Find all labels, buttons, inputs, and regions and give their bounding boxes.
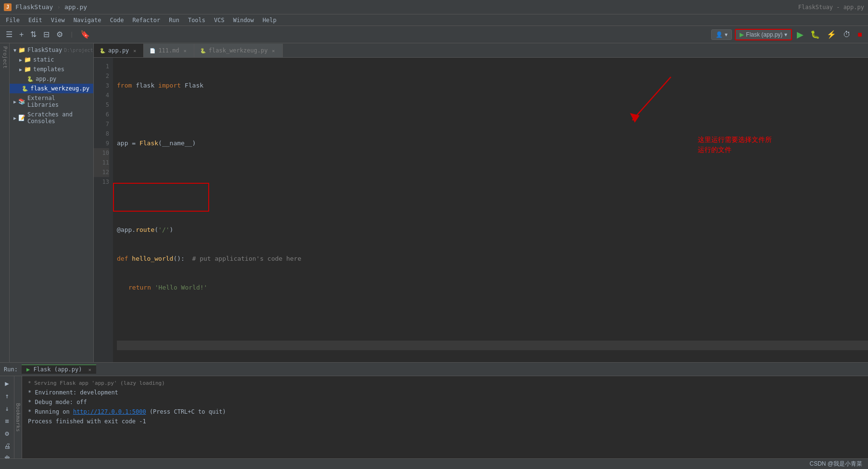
- bookmarks-sidebar: Bookmarks: [14, 376, 22, 458]
- kw-import: import: [158, 81, 181, 90]
- toolbar-settings-btn[interactable]: ⚙: [54, 29, 65, 40]
- fn-route: route: [136, 225, 154, 235]
- run-config-icon: ▶: [740, 31, 744, 38]
- fn-hello: hello_world: [132, 254, 173, 264]
- menu-run[interactable]: Run: [165, 16, 183, 25]
- menu-tools[interactable]: Tools: [184, 16, 209, 25]
- bottom-tab-bar: Run: ▶ Flask (app.py) ✕: [0, 363, 868, 376]
- import-flask: flask: [136, 81, 154, 90]
- menu-file[interactable]: File: [2, 16, 24, 25]
- tree-path: D:\project\Fla: [64, 48, 94, 53]
- menu-window[interactable]: Window: [229, 16, 258, 25]
- kw-def: def: [117, 254, 128, 264]
- tree-label-werkzeug: flask_werkzeug.py: [30, 85, 89, 92]
- bottom-tab-label: Flask (app.py): [33, 366, 82, 373]
- filter-btn[interactable]: ≡: [3, 416, 10, 426]
- print-btn[interactable]: 🖨: [2, 441, 12, 451]
- tab-apppy[interactable]: 🐍 app.py ✕: [94, 44, 144, 57]
- toolbar-layout-btn[interactable]: ☰: [4, 29, 14, 40]
- line-num-8: 8: [94, 129, 109, 139]
- toolbar-sync-btn[interactable]: ⇅: [28, 29, 38, 40]
- str-hello: 'Hello World!': [155, 283, 208, 292]
- tab-werkzeug-close[interactable]: ✕: [271, 48, 277, 54]
- tab-111md-icon: 📄: [150, 48, 155, 53]
- tab-apppy-close[interactable]: ✕: [132, 48, 138, 54]
- title-bar-left: J FlaskStuay › app.py: [4, 3, 798, 11]
- toolbar-right: 👤 ▾ ▶ Flask (app.py) ▾ ▶ 🐛 ⚡ ⏱ ■: [711, 28, 864, 41]
- code-line-8: return 'Hello World!': [117, 283, 868, 292]
- toolbar: ☰ + ⇅ ⊟ ⚙ | 🔖 👤 ▾ ▶ Flask (app.py) ▾ ▶ 🐛…: [0, 26, 868, 43]
- static-folder-icon: 📁: [24, 56, 31, 63]
- menu-edit[interactable]: Edit: [25, 16, 46, 25]
- scroll-up-btn[interactable]: ↑: [3, 391, 10, 401]
- tree-label-static: static: [33, 56, 54, 63]
- editor-area: 🐍 app.py ✕ 📄 111.md ✕ 🐍 flask_werkzeug.p…: [94, 43, 868, 362]
- trash-btn[interactable]: 🗑: [2, 453, 12, 458]
- line-num-4: 4: [94, 90, 109, 100]
- tab-111md[interactable]: 📄 111.md ✕: [144, 44, 194, 57]
- terminal-star-env: * Environment: development: [28, 389, 118, 396]
- toolbar-collapse-btn[interactable]: ⊟: [41, 29, 51, 40]
- tree-item-apppy[interactable]: 🐍 app.py: [10, 74, 93, 84]
- bottom-sidebar: ▶ ↑ ↓ ≡ ⚙ 🖨 🗑: [0, 376, 14, 458]
- status-bar: CSDN @我是小青菜: [0, 458, 868, 469]
- run-button[interactable]: ▶: [795, 28, 805, 41]
- terminal-line-header: * Serving Flask app 'app.py' (lazy loadi…: [28, 379, 862, 388]
- toolbar-add-btn[interactable]: +: [17, 29, 25, 40]
- code-content[interactable]: from flask import Flask app = Flask(__na…: [113, 58, 868, 362]
- user-btn[interactable]: 👤 ▾: [711, 29, 732, 40]
- code-editor[interactable]: 这里运行需要选择文件所 运行的文件 1 2 3 4 5 6 7 8 9: [94, 58, 868, 362]
- scroll-down-btn[interactable]: ↓: [3, 403, 10, 414]
- bottom-tab-flask[interactable]: ▶ Flask (app.py) ✕: [22, 365, 96, 374]
- tree-item-static[interactable]: ▶ 📁 static: [10, 55, 93, 64]
- tree-item-templates[interactable]: ▶ 📁 templates: [10, 64, 93, 74]
- tree-item-flaskstuay[interactable]: ▼ 📁 FlaskStuay D:\project\Fla: [10, 45, 93, 55]
- terminal-line-debug: * Debug mode: off: [28, 398, 862, 407]
- menu-view[interactable]: View: [47, 16, 69, 25]
- stop-button[interactable]: ■: [855, 29, 864, 40]
- debug-button[interactable]: 🐛: [808, 29, 822, 40]
- settings-btn[interactable]: ⚙: [3, 428, 10, 439]
- tree-item-scratches[interactable]: ▶ 📝 Scratches and Consoles: [10, 110, 93, 126]
- run-config-btn[interactable]: ▶ Flask (app.py) ▾: [735, 29, 792, 40]
- tree-label-external-libs: External Libraries: [27, 95, 89, 108]
- expand-scratches-icon: ▶: [13, 115, 16, 121]
- menu-code[interactable]: Code: [106, 16, 128, 25]
- profile-button[interactable]: ⏱: [841, 29, 853, 40]
- window-title: FlaskStuay - app.py: [798, 4, 864, 11]
- run-label: Run:: [4, 366, 18, 373]
- menu-vcs[interactable]: VCS: [210, 16, 228, 25]
- expand-icon: ▼: [13, 48, 16, 53]
- tab-werkzeug-label: flask_werkzeug.py: [209, 47, 268, 54]
- fn-flask: Flask: [139, 139, 158, 148]
- code-line-9: [117, 312, 868, 321]
- line-num-9: 9: [94, 139, 109, 148]
- terminal-link-url[interactable]: http://127.0.0.1:5000: [73, 408, 146, 415]
- menu-refactor[interactable]: Refactor: [128, 16, 164, 25]
- play-btn[interactable]: ▶: [3, 378, 10, 389]
- line-num-3: 3: [94, 81, 109, 90]
- tab-111md-label: 111.md: [158, 47, 179, 54]
- main-area: Project ▼ 📁 FlaskStuay D:\project\Fla ▶ …: [0, 43, 868, 362]
- menu-navigate[interactable]: Navigate: [70, 16, 105, 25]
- menu-bar: File Edit View Navigate Code Refactor Ru…: [0, 14, 868, 26]
- tree-item-external-libs[interactable]: ▶ 📚 External Libraries: [10, 93, 93, 110]
- app-title: FlaskStuay: [15, 3, 53, 11]
- tab-apppy-label: app.py: [108, 47, 129, 54]
- bottom-tab-close[interactable]: ✕: [88, 367, 91, 372]
- var-app: app: [117, 139, 128, 148]
- coverage-button[interactable]: ⚡: [825, 29, 838, 40]
- tab-111md-close[interactable]: ✕: [182, 48, 188, 54]
- title-bar: J FlaskStuay › app.py FlaskStuay - app.p…: [0, 0, 868, 14]
- cmt-1: # put application's code here: [192, 254, 302, 264]
- sidebar-container: Project ▼ 📁 FlaskStuay D:\project\Fla ▶ …: [0, 43, 94, 362]
- line-num-1: 1: [94, 62, 109, 71]
- toolbar-bookmark-btn[interactable]: 🔖: [78, 29, 92, 40]
- dunder-name: __name__: [162, 139, 192, 148]
- bookmarks-label: Bookmarks: [14, 401, 22, 434]
- line-num-6: 6: [94, 110, 109, 119]
- tab-flask-werkzeug[interactable]: 🐍 flask_werkzeug.py ✕: [194, 44, 283, 57]
- tree-item-flask-werkzeug[interactable]: 🐍 flask_werkzeug.py: [10, 84, 93, 93]
- menu-help[interactable]: Help: [259, 16, 280, 25]
- bottom-panel: Run: ▶ Flask (app.py) ✕ ▶ ↑ ↓ ≡ ⚙ 🖨 🗑 Bo…: [0, 362, 868, 458]
